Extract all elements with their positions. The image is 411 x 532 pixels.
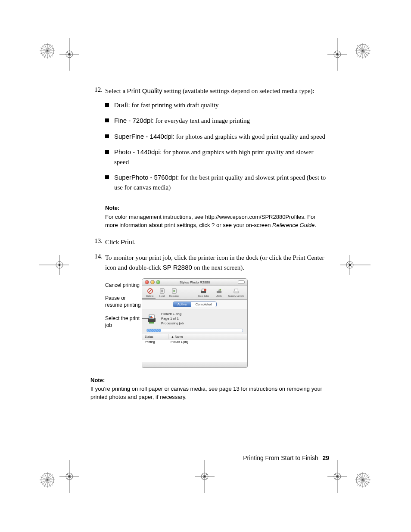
window-title: Stylus Photo R2880 bbox=[142, 280, 247, 284]
svg-marker-18 bbox=[149, 322, 154, 324]
window-toolbar: Delete Hold Resume Stop Jobs bbox=[142, 286, 247, 300]
bullet-icon bbox=[105, 118, 109, 122]
bullet-icon bbox=[105, 103, 109, 107]
job-list-body[interactable]: Printing Picture 1.png bbox=[142, 339, 247, 362]
crop-mark-icon bbox=[59, 38, 79, 71]
option-label: Photo - 1440dpi: bbox=[114, 148, 162, 156]
print-queue-window: Stylus Photo R2880 Delete Hold Resume bbox=[142, 278, 248, 368]
option-desc: for photos and graphics with good print … bbox=[174, 133, 325, 140]
step-12: 12. Select a Print Quality setting (avai… bbox=[90, 86, 329, 198]
page-content: 12. Select a Print Quality setting (avai… bbox=[0, 0, 411, 474]
list-item: SuperPhoto - 5760dpi: for the best print… bbox=[105, 173, 329, 192]
svg-rect-4 bbox=[162, 290, 162, 292]
job-file: Picture 1.png bbox=[161, 312, 184, 316]
column-name[interactable]: ▲ Name bbox=[168, 334, 247, 339]
crop-mark-icon bbox=[327, 38, 347, 71]
print-label: Print bbox=[121, 238, 134, 246]
cell-name: Picture 1.png bbox=[168, 339, 247, 344]
column-status[interactable]: Status bbox=[142, 334, 168, 339]
stop-jobs-button[interactable]: Stop Jobs bbox=[196, 288, 210, 298]
window-titlebar[interactable]: Stylus Photo R2880 bbox=[142, 279, 247, 286]
progress-fill bbox=[147, 329, 161, 332]
quality-options-list: Draft: for fast printing with draft qual… bbox=[105, 100, 329, 193]
label: Utility bbox=[216, 295, 222, 298]
printer-stop-icon bbox=[200, 288, 207, 294]
callout-text: Pause or resume printing bbox=[105, 295, 141, 308]
hold-button[interactable]: Hold bbox=[157, 288, 167, 298]
registration-mark-icon bbox=[40, 472, 55, 488]
svg-rect-10 bbox=[216, 291, 221, 293]
delete-icon bbox=[147, 288, 153, 294]
label: Delete bbox=[146, 295, 153, 298]
segmented-control: Active Completed bbox=[173, 302, 217, 307]
label: Resume bbox=[169, 295, 179, 298]
utility-icon bbox=[216, 288, 222, 294]
list-item: Photo - 1440dpi: for photos and graphics… bbox=[105, 147, 329, 167]
svg-rect-13 bbox=[234, 289, 238, 291]
text: on the next screen). bbox=[192, 264, 244, 271]
figure-area: Cancel printing Pause or resume printing… bbox=[105, 278, 329, 368]
list-item: Fine - 720dpi: for everyday text and ima… bbox=[105, 116, 329, 126]
job-info-panel: Picture 1.png Page 1 of 1 Processing job bbox=[142, 309, 247, 329]
tab-row: Active Completed bbox=[142, 300, 247, 309]
progress-bar bbox=[146, 329, 243, 332]
toolbar-right-group: Stop Jobs Utility Supply Levels bbox=[196, 288, 245, 298]
hold-icon bbox=[159, 288, 165, 294]
supply-levels-button[interactable]: Supply Levels bbox=[227, 288, 245, 298]
table-row[interactable]: Printing Picture 1.png bbox=[142, 339, 247, 344]
print-quality-label: Print Quality bbox=[127, 87, 162, 94]
svg-point-11 bbox=[219, 289, 221, 291]
supply-levels-icon bbox=[233, 288, 240, 294]
tab-active[interactable]: Active bbox=[173, 302, 191, 307]
callout-select: Select the print job bbox=[105, 315, 142, 329]
sp-r2880-label: SP R2880 bbox=[163, 264, 192, 271]
reference-guide-italic: Reference Guide bbox=[272, 222, 314, 228]
step-number: 14. bbox=[90, 253, 105, 272]
option-label: Draft: bbox=[114, 101, 130, 109]
list-item: SuperFine - 1440dpi: for photos and grap… bbox=[105, 132, 329, 142]
svg-rect-2 bbox=[160, 289, 164, 293]
job-details: Picture 1.png Page 1 of 1 Processing job bbox=[161, 312, 184, 326]
utility-button[interactable]: Utility bbox=[214, 288, 224, 298]
bullet-icon bbox=[105, 175, 109, 179]
svg-rect-12 bbox=[234, 291, 238, 293]
note-title: Note: bbox=[105, 204, 329, 212]
step-number: 13. bbox=[90, 237, 105, 247]
crop-mark-icon bbox=[59, 460, 79, 493]
label: Stop Jobs bbox=[198, 295, 209, 298]
step-body: Click Print. bbox=[105, 237, 329, 247]
tab-completed[interactable]: Completed bbox=[191, 302, 217, 307]
note-title: Note: bbox=[90, 376, 329, 385]
bullet-icon bbox=[105, 150, 109, 154]
label: Supply Levels bbox=[228, 295, 244, 298]
registration-mark-icon bbox=[40, 43, 55, 59]
resume-button[interactable]: Resume bbox=[169, 288, 179, 298]
svg-line-1 bbox=[149, 289, 152, 292]
step-body: To monitor your print job, click the pri… bbox=[105, 253, 329, 272]
registration-mark-icon bbox=[355, 472, 371, 488]
option-desc: for everyday text and image printing bbox=[154, 117, 250, 124]
text: Click bbox=[105, 239, 121, 246]
text: Select a bbox=[105, 87, 127, 94]
leader-line-icon bbox=[142, 298, 156, 299]
option-label: SuperPhoto - 5760dpi: bbox=[114, 174, 179, 181]
callout-pause: Pause or resume printing bbox=[105, 295, 142, 308]
note-block: Note: For color management instructions,… bbox=[105, 204, 329, 230]
text: . bbox=[134, 239, 136, 246]
job-page: Page 1 of 1 bbox=[161, 317, 184, 320]
figure-callouts: Cancel printing Pause or resume printing… bbox=[105, 278, 142, 368]
delete-button[interactable]: Delete bbox=[145, 288, 155, 298]
text: . bbox=[314, 222, 316, 228]
note-block: Note: If you're printing on roll paper o… bbox=[90, 376, 329, 402]
cell-status: Printing bbox=[142, 339, 168, 344]
crop-mark-icon bbox=[340, 255, 371, 275]
option-label: Fine - 720dpi: bbox=[114, 117, 154, 124]
label: Name bbox=[175, 335, 183, 338]
step-14: 14. To monitor your print job, click the… bbox=[90, 253, 329, 272]
note-body: If you're printing on roll paper or canv… bbox=[90, 385, 329, 401]
svg-rect-3 bbox=[161, 290, 162, 292]
text: or see your on-screen bbox=[215, 222, 272, 228]
footer-label: Printing From Start to Finish bbox=[243, 454, 318, 461]
step-13: 13. Click Print. bbox=[90, 237, 329, 247]
callout-cancel: Cancel printing bbox=[105, 282, 142, 289]
